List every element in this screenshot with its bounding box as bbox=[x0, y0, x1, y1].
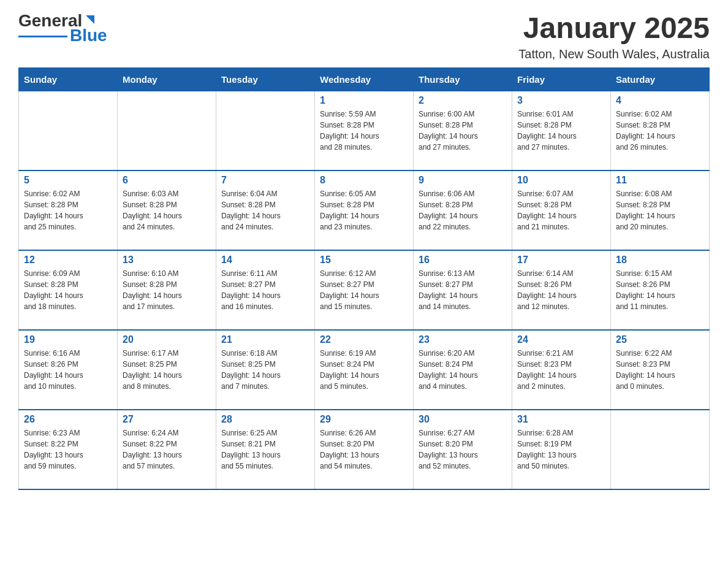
svg-marker-0 bbox=[86, 15, 94, 24]
cell-day-number: 8 bbox=[320, 175, 408, 186]
cell-day-number: 28 bbox=[221, 414, 309, 425]
calendar-cell: 28Sunrise: 6:25 AM Sunset: 8:21 PM Dayli… bbox=[216, 410, 315, 489]
calendar-cell: 16Sunrise: 6:13 AM Sunset: 8:27 PM Dayli… bbox=[414, 250, 512, 330]
calendar-cell bbox=[19, 91, 118, 170]
calendar-cell: 2Sunrise: 6:00 AM Sunset: 8:28 PM Daylig… bbox=[414, 91, 512, 170]
cell-day-number: 3 bbox=[517, 95, 605, 106]
calendar-cell bbox=[118, 91, 216, 170]
calendar-week-row: 19Sunrise: 6:16 AM Sunset: 8:26 PM Dayli… bbox=[19, 330, 710, 410]
calendar-cell: 4Sunrise: 6:02 AM Sunset: 8:28 PM Daylig… bbox=[611, 91, 710, 170]
calendar-cell: 29Sunrise: 6:26 AM Sunset: 8:20 PM Dayli… bbox=[315, 410, 414, 489]
cell-day-number: 12 bbox=[24, 255, 112, 266]
cell-day-number: 6 bbox=[123, 175, 211, 186]
cell-daylight-info: Sunrise: 6:00 AM Sunset: 8:28 PM Dayligh… bbox=[419, 109, 507, 153]
cell-daylight-info: Sunrise: 6:04 AM Sunset: 8:28 PM Dayligh… bbox=[221, 188, 309, 232]
cell-day-number: 17 bbox=[517, 255, 605, 266]
cell-daylight-info: Sunrise: 6:16 AM Sunset: 8:26 PM Dayligh… bbox=[24, 348, 112, 392]
calendar-cell: 26Sunrise: 6:23 AM Sunset: 8:22 PM Dayli… bbox=[19, 410, 118, 489]
cell-daylight-info: Sunrise: 6:01 AM Sunset: 8:28 PM Dayligh… bbox=[517, 109, 605, 153]
cell-daylight-info: Sunrise: 6:13 AM Sunset: 8:27 PM Dayligh… bbox=[419, 268, 507, 312]
calendar-cell: 20Sunrise: 6:17 AM Sunset: 8:25 PM Dayli… bbox=[118, 330, 216, 410]
cell-day-number: 2 bbox=[419, 95, 507, 106]
calendar-week-row: 5Sunrise: 6:02 AM Sunset: 8:28 PM Daylig… bbox=[19, 170, 710, 250]
calendar-cell: 8Sunrise: 6:05 AM Sunset: 8:28 PM Daylig… bbox=[315, 170, 414, 250]
cell-daylight-info: Sunrise: 6:02 AM Sunset: 8:28 PM Dayligh… bbox=[24, 188, 112, 232]
logo: General Blue bbox=[18, 12, 107, 44]
calendar-cell: 19Sunrise: 6:16 AM Sunset: 8:26 PM Dayli… bbox=[19, 330, 118, 410]
calendar-cell: 21Sunrise: 6:18 AM Sunset: 8:25 PM Dayli… bbox=[216, 330, 315, 410]
calendar-cell: 23Sunrise: 6:20 AM Sunset: 8:24 PM Dayli… bbox=[414, 330, 512, 410]
calendar-table: SundayMondayTuesdayWednesdayThursdayFrid… bbox=[18, 67, 710, 491]
cell-day-number: 1 bbox=[320, 95, 408, 106]
cell-daylight-info: Sunrise: 6:21 AM Sunset: 8:23 PM Dayligh… bbox=[517, 348, 605, 392]
cell-daylight-info: Sunrise: 6:10 AM Sunset: 8:28 PM Dayligh… bbox=[123, 268, 211, 312]
calendar-cell: 14Sunrise: 6:11 AM Sunset: 8:27 PM Dayli… bbox=[216, 250, 315, 330]
cell-day-number: 29 bbox=[320, 414, 408, 425]
calendar-day-header: Wednesday bbox=[315, 67, 414, 91]
cell-daylight-info: Sunrise: 6:18 AM Sunset: 8:25 PM Dayligh… bbox=[221, 348, 309, 392]
cell-day-number: 25 bbox=[616, 334, 704, 345]
cell-day-number: 13 bbox=[123, 255, 211, 266]
cell-daylight-info: Sunrise: 6:28 AM Sunset: 8:19 PM Dayligh… bbox=[517, 427, 605, 472]
calendar-cell: 5Sunrise: 6:02 AM Sunset: 8:28 PM Daylig… bbox=[19, 170, 118, 250]
cell-day-number: 27 bbox=[123, 414, 211, 425]
cell-daylight-info: Sunrise: 6:26 AM Sunset: 8:20 PM Dayligh… bbox=[320, 427, 408, 472]
cell-day-number: 23 bbox=[419, 334, 507, 345]
cell-daylight-info: Sunrise: 6:03 AM Sunset: 8:28 PM Dayligh… bbox=[123, 188, 211, 232]
calendar-day-header: Monday bbox=[118, 67, 216, 91]
cell-daylight-info: Sunrise: 6:23 AM Sunset: 8:22 PM Dayligh… bbox=[24, 427, 112, 472]
cell-day-number: 30 bbox=[419, 414, 507, 425]
calendar-cell: 25Sunrise: 6:22 AM Sunset: 8:23 PM Dayli… bbox=[611, 330, 710, 410]
calendar-week-row: 26Sunrise: 6:23 AM Sunset: 8:22 PM Dayli… bbox=[19, 410, 710, 489]
calendar-cell: 12Sunrise: 6:09 AM Sunset: 8:28 PM Dayli… bbox=[19, 250, 118, 330]
logo-triangle-icon bbox=[83, 13, 97, 26]
cell-day-number: 19 bbox=[24, 334, 112, 345]
logo-blue: Blue bbox=[70, 27, 107, 44]
cell-daylight-info: Sunrise: 6:02 AM Sunset: 8:28 PM Dayligh… bbox=[616, 109, 704, 153]
cell-daylight-info: Sunrise: 6:12 AM Sunset: 8:27 PM Dayligh… bbox=[320, 268, 408, 312]
calendar-cell: 9Sunrise: 6:06 AM Sunset: 8:28 PM Daylig… bbox=[414, 170, 512, 250]
calendar-title: January 2025 bbox=[518, 12, 710, 45]
calendar-cell: 24Sunrise: 6:21 AM Sunset: 8:23 PM Dayli… bbox=[512, 330, 611, 410]
cell-daylight-info: Sunrise: 6:15 AM Sunset: 8:26 PM Dayligh… bbox=[616, 268, 704, 312]
calendar-cell: 30Sunrise: 6:27 AM Sunset: 8:20 PM Dayli… bbox=[414, 410, 512, 489]
cell-daylight-info: Sunrise: 5:59 AM Sunset: 8:28 PM Dayligh… bbox=[320, 109, 408, 153]
calendar-day-header: Friday bbox=[512, 67, 611, 91]
calendar-cell: 10Sunrise: 6:07 AM Sunset: 8:28 PM Dayli… bbox=[512, 170, 611, 250]
cell-day-number: 31 bbox=[517, 414, 605, 425]
calendar-cell: 6Sunrise: 6:03 AM Sunset: 8:28 PM Daylig… bbox=[118, 170, 216, 250]
calendar-week-row: 12Sunrise: 6:09 AM Sunset: 8:28 PM Dayli… bbox=[19, 250, 710, 330]
cell-daylight-info: Sunrise: 6:09 AM Sunset: 8:28 PM Dayligh… bbox=[24, 268, 112, 312]
cell-daylight-info: Sunrise: 6:20 AM Sunset: 8:24 PM Dayligh… bbox=[419, 348, 507, 392]
cell-day-number: 15 bbox=[320, 255, 408, 266]
cell-day-number: 18 bbox=[616, 255, 704, 266]
cell-daylight-info: Sunrise: 6:25 AM Sunset: 8:21 PM Dayligh… bbox=[221, 427, 309, 472]
cell-day-number: 4 bbox=[616, 95, 704, 106]
cell-day-number: 21 bbox=[221, 334, 309, 345]
cell-daylight-info: Sunrise: 6:08 AM Sunset: 8:28 PM Dayligh… bbox=[616, 188, 704, 232]
title-block: January 2025 Tatton, New South Wales, Au… bbox=[518, 12, 710, 61]
calendar-cell: 3Sunrise: 6:01 AM Sunset: 8:28 PM Daylig… bbox=[512, 91, 611, 170]
calendar-cell: 11Sunrise: 6:08 AM Sunset: 8:28 PM Dayli… bbox=[611, 170, 710, 250]
cell-day-number: 26 bbox=[24, 414, 112, 425]
cell-daylight-info: Sunrise: 6:27 AM Sunset: 8:20 PM Dayligh… bbox=[419, 427, 507, 472]
cell-daylight-info: Sunrise: 6:17 AM Sunset: 8:25 PM Dayligh… bbox=[123, 348, 211, 392]
cell-daylight-info: Sunrise: 6:06 AM Sunset: 8:28 PM Dayligh… bbox=[419, 188, 507, 232]
calendar-day-header: Saturday bbox=[611, 67, 710, 91]
cell-day-number: 5 bbox=[24, 175, 112, 186]
calendar-cell bbox=[216, 91, 315, 170]
cell-day-number: 14 bbox=[221, 255, 309, 266]
cell-day-number: 11 bbox=[616, 175, 704, 186]
calendar-cell: 22Sunrise: 6:19 AM Sunset: 8:24 PM Dayli… bbox=[315, 330, 414, 410]
cell-day-number: 22 bbox=[320, 334, 408, 345]
calendar-cell: 15Sunrise: 6:12 AM Sunset: 8:27 PM Dayli… bbox=[315, 250, 414, 330]
calendar-cell: 7Sunrise: 6:04 AM Sunset: 8:28 PM Daylig… bbox=[216, 170, 315, 250]
cell-day-number: 10 bbox=[517, 175, 605, 186]
cell-day-number: 16 bbox=[419, 255, 507, 266]
calendar-cell: 27Sunrise: 6:24 AM Sunset: 8:22 PM Dayli… bbox=[118, 410, 216, 489]
calendar-cell: 1Sunrise: 5:59 AM Sunset: 8:28 PM Daylig… bbox=[315, 91, 414, 170]
calendar-header-row: SundayMondayTuesdayWednesdayThursdayFrid… bbox=[19, 67, 710, 91]
cell-daylight-info: Sunrise: 6:05 AM Sunset: 8:28 PM Dayligh… bbox=[320, 188, 408, 232]
calendar-cell: 31Sunrise: 6:28 AM Sunset: 8:19 PM Dayli… bbox=[512, 410, 611, 489]
calendar-day-header: Tuesday bbox=[216, 67, 315, 91]
